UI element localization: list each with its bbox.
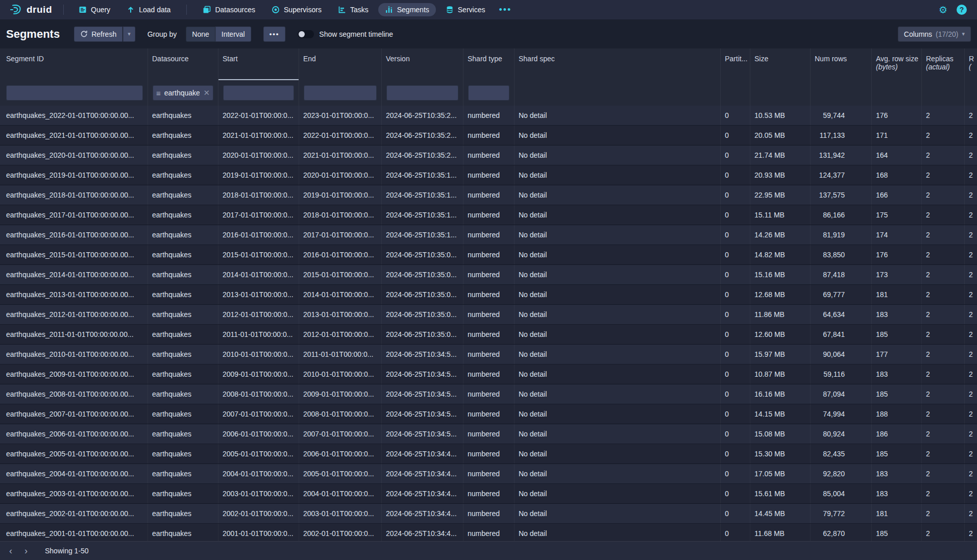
cell-partition: 0 <box>721 245 750 264</box>
cell-num_rows: 82,435 <box>811 444 872 464</box>
cell-num_rows: 124,377 <box>811 165 872 185</box>
cell-shard_spec: No detail <box>515 126 721 145</box>
toolbar-more-button[interactable]: ••• <box>263 27 286 42</box>
column-header-version[interactable]: Version <box>382 48 463 80</box>
cell-version: 2024-06-25T10:35:1... <box>382 165 463 185</box>
columns-button[interactable]: Columns (17/20) ▾ <box>898 27 971 42</box>
table-row[interactable]: earthquakes_2009-01-01T00:00:00.00...ear… <box>0 364 977 384</box>
nav-overflow-menu-icon[interactable]: ••• <box>494 7 517 12</box>
settings-gear-icon[interactable]: ⚙ <box>934 4 952 16</box>
column-header-repl_factor[interactable]: R( <box>965 48 977 80</box>
filter-input-end[interactable] <box>304 85 377 101</box>
table-row[interactable]: earthquakes_2016-01-01T00:00:00.00...ear… <box>0 225 977 245</box>
cell-size: 10.87 MB <box>750 364 811 384</box>
column-header-shard_spec[interactable]: Shard spec <box>515 48 721 80</box>
cell-num_rows: 90,064 <box>811 345 872 364</box>
cell-shard_type: numbered <box>463 484 515 503</box>
nav-item-tasks[interactable]: Tasks <box>331 3 375 16</box>
cell-size: 11.86 MB <box>750 305 811 324</box>
cell-datasource: earthquakes <box>148 464 218 483</box>
cell-datasource: earthquakes <box>148 504 218 523</box>
nav-item-load-data[interactable]: Load data <box>120 3 177 16</box>
cell-version: 2024-06-25T10:35:0... <box>382 265 463 284</box>
table-row[interactable]: earthquakes_2017-01-01T00:00:00.00...ear… <box>0 205 977 225</box>
cell-size: 17.05 MB <box>750 464 811 483</box>
filter-cell-start <box>218 80 299 106</box>
table-row[interactable]: earthquakes_2018-01-01T00:00:00.00...ear… <box>0 185 977 205</box>
filter-input-segment_id[interactable] <box>6 85 143 101</box>
refresh-button[interactable]: Refresh <box>74 27 123 42</box>
cell-num_rows: 131,942 <box>811 145 872 165</box>
cell-avg_row_size: 175 <box>872 205 922 225</box>
table-row[interactable]: earthquakes_2004-01-01T00:00:00.00...ear… <box>0 464 977 484</box>
datasource-filter-chip[interactable]: ≡earthquake✕ <box>153 85 213 101</box>
nav-item-datasources[interactable]: Datasources <box>196 3 262 16</box>
table-row[interactable]: earthquakes_2010-01-01T00:00:00.00...ear… <box>0 345 977 364</box>
column-header-partition[interactable]: Partit... <box>721 48 750 80</box>
column-header-avg_row_size[interactable]: Avg. row size(bytes) <box>872 48 922 80</box>
cell-shard_spec: No detail <box>515 484 721 503</box>
cell-avg_row_size: 164 <box>872 145 922 165</box>
table-row[interactable]: earthquakes_2015-01-01T00:00:00.00...ear… <box>0 245 977 265</box>
table-row[interactable]: earthquakes_2007-01-01T00:00:00.00...ear… <box>0 404 977 424</box>
cell-segment_id: earthquakes_2002-01-01T00:00:00.00... <box>0 504 148 523</box>
group-by-none-button[interactable]: None <box>186 27 215 42</box>
pagination-next-button[interactable]: › <box>18 543 34 558</box>
table-row[interactable]: earthquakes_2011-01-01T00:00:00.00...ear… <box>0 325 977 345</box>
column-header-replicas[interactable]: Replicas(actual) <box>922 48 965 80</box>
cell-start: 2014-01-01T00:00:0... <box>218 265 299 284</box>
cell-replicas: 2 <box>922 524 965 543</box>
cell-replicas: 2 <box>922 265 965 284</box>
table-row[interactable]: earthquakes_2005-01-01T00:00:00.00...ear… <box>0 444 977 464</box>
table-row[interactable]: earthquakes_2021-01-01T00:00:00.00...ear… <box>0 126 977 145</box>
table-row[interactable]: earthquakes_2003-01-01T00:00:00.00...ear… <box>0 484 977 504</box>
cell-size: 15.11 MB <box>750 205 811 225</box>
nav-item-segments[interactable]: Segments <box>378 3 436 16</box>
table-row[interactable]: earthquakes_2006-01-01T00:00:00.00...ear… <box>0 424 977 444</box>
table-row[interactable]: earthquakes_2019-01-01T00:00:00.00...ear… <box>0 165 977 185</box>
group-by-interval-button[interactable]: Interval <box>215 27 251 42</box>
column-header-segment_id[interactable]: Segment ID <box>0 48 148 80</box>
cell-partition: 0 <box>721 126 750 145</box>
column-header-sublabel: (bytes) <box>876 63 917 71</box>
cell-avg_row_size: 168 <box>872 165 922 185</box>
table-row[interactable]: earthquakes_2022-01-01T00:00:00.00...ear… <box>0 106 977 126</box>
table-row[interactable]: earthquakes_2012-01-01T00:00:00.00...ear… <box>0 305 977 325</box>
filter-input-shard_type[interactable] <box>468 85 509 101</box>
column-header-label: Num rows <box>815 55 847 63</box>
column-header-sublabel: ( <box>969 63 977 71</box>
table-row[interactable]: earthquakes_2014-01-01T00:00:00.00...ear… <box>0 265 977 285</box>
column-header-datasource[interactable]: Datasource <box>148 48 218 80</box>
filter-input-start[interactable] <box>223 85 294 101</box>
nav-item-services[interactable]: Services <box>439 3 492 16</box>
table-row[interactable]: earthquakes_2013-01-01T00:00:00.00...ear… <box>0 285 977 305</box>
column-header-size[interactable]: Size <box>750 48 811 80</box>
filter-input-version[interactable] <box>386 85 458 101</box>
segments-toolbar: Segments Refresh ▾ Group by None Interva… <box>0 19 977 48</box>
table-row[interactable]: earthquakes_2002-01-01T00:00:00.00...ear… <box>0 504 977 524</box>
cell-datasource: earthquakes <box>148 106 218 125</box>
column-header-start[interactable]: Start <box>218 48 299 80</box>
refresh-dropdown-button[interactable]: ▾ <box>123 27 135 42</box>
cell-replicas: 2 <box>922 305 965 324</box>
druid-logo[interactable]: druid <box>6 3 55 16</box>
column-header-end[interactable]: End <box>299 48 382 80</box>
cell-end: 2011-01-01T00:00:0... <box>299 345 382 364</box>
column-header-num_rows[interactable]: Num rows <box>811 48 872 80</box>
help-icon[interactable]: ? <box>957 5 967 15</box>
table-filter-row: ≡earthquake✕ <box>0 80 977 106</box>
filter-chip-close-icon[interactable]: ✕ <box>203 88 210 98</box>
cell-size: 14.15 MB <box>750 404 811 424</box>
cell-num_rows: 74,994 <box>811 404 872 424</box>
pagination-prev-button[interactable]: ‹ <box>3 543 18 558</box>
nav-item-supervisors[interactable]: Supervisors <box>265 3 328 16</box>
cell-version: 2024-06-25T10:35:2... <box>382 126 463 145</box>
table-row[interactable]: earthquakes_2020-01-01T00:00:00.00...ear… <box>0 145 977 165</box>
nav-item-query[interactable]: Query <box>72 3 117 16</box>
load-data-icon <box>127 6 135 14</box>
table-row[interactable]: earthquakes_2008-01-01T00:00:00.00...ear… <box>0 384 977 404</box>
column-header-shard_type[interactable]: Shard type <box>463 48 515 80</box>
cell-version: 2024-06-25T10:35:1... <box>382 225 463 245</box>
timeline-toggle[interactable]: Show segment timeline <box>298 30 393 38</box>
cell-segment_id: earthquakes_2008-01-01T00:00:00.00... <box>0 384 148 404</box>
